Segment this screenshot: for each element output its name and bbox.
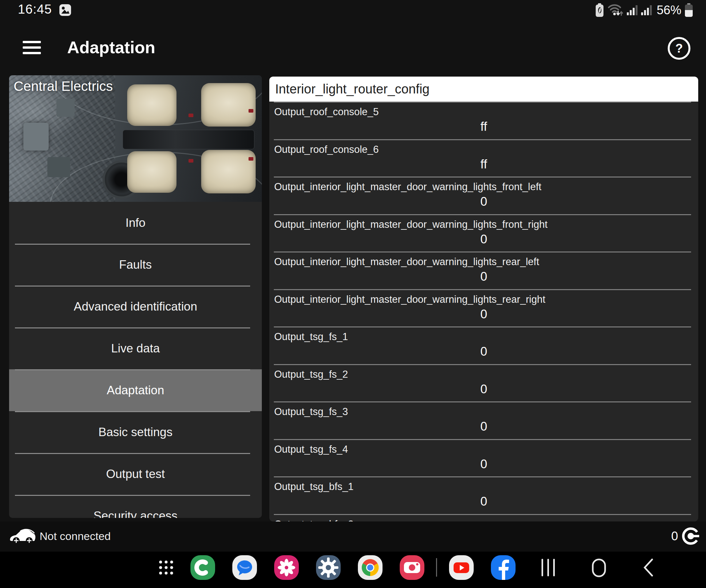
- page-title: Adaptation: [67, 38, 155, 57]
- facebook-app-icon[interactable]: [490, 555, 516, 581]
- adaptation-row[interactable]: Output_tsg_bfs_1 0: [269, 476, 698, 514]
- wifi-icon: [607, 3, 624, 17]
- sidebar-item-label: Security access: [93, 509, 178, 518]
- sidebar-item-label: Advanced identification: [74, 300, 197, 313]
- sidebar-item-output-test[interactable]: Output test: [9, 453, 262, 495]
- adaptation-row[interactable]: Output_tsg_fs_3 0: [269, 401, 698, 439]
- screenshot-notification-icon: [59, 4, 71, 17]
- sidebar-item-label: Live data: [111, 342, 160, 355]
- adaptation-row[interactable]: Output_tsg_fs_1 0: [269, 326, 698, 364]
- car-seat: [127, 151, 176, 193]
- gallery-app-icon[interactable]: [274, 555, 300, 581]
- phone-app-icon[interactable]: [190, 555, 216, 581]
- signal-sim1-icon: [627, 4, 638, 16]
- adaptation-row-label: Output_interior_light_master_door_warnin…: [274, 256, 539, 268]
- sidebar-item-adaptation[interactable]: Adaptation: [9, 369, 262, 411]
- car-seat: [127, 84, 176, 126]
- module-image: Central Electrics: [9, 75, 262, 202]
- adaptation-row-value: 0: [269, 457, 698, 471]
- adaptation-row-label: Output_interior_light_master_door_warnin…: [274, 219, 548, 230]
- adaptation-row-value: 0: [269, 495, 698, 509]
- adaptation-row-label: Output_tsg_fs_2: [274, 369, 348, 380]
- nav-back-button[interactable]: [643, 558, 654, 578]
- sidebar-item-label: Output test: [106, 467, 165, 481]
- adaptation-row-value: 0: [269, 382, 698, 396]
- settings-app-icon[interactable]: [315, 555, 341, 581]
- adaptation-row-label: Output_tsg_fs_3: [274, 406, 348, 418]
- adaptation-row-label: Output_tsg_fs_4: [274, 443, 348, 455]
- sidebar-item-advanced-identification[interactable]: Advanced identification: [9, 285, 262, 327]
- sidebar-item-live-data[interactable]: Live data: [9, 327, 262, 369]
- channel-name-field[interactable]: Interior_light_router_config: [269, 77, 698, 102]
- adaptation-row[interactable]: Output_interior_light_master_door_warnin…: [269, 251, 698, 289]
- adaptation-rows: Output_roof_console_5 ff Output_roof_con…: [269, 102, 698, 521]
- adaptation-row-label: Output_interior_light_master_door_warnin…: [274, 294, 545, 305]
- adaptation-row-value: 0: [269, 270, 698, 284]
- adaptation-row[interactable]: Output_tsg_fs_4 0: [269, 439, 698, 477]
- battery-percent: 56%: [657, 3, 681, 17]
- adaptation-row[interactable]: Output_roof_console_6 ff: [269, 139, 698, 177]
- adaptation-row[interactable]: Output_roof_console_5 ff: [269, 102, 698, 139]
- adaptation-row-label: Output_roof_console_5: [274, 106, 379, 118]
- sidebar-item-label: Faults: [119, 258, 152, 272]
- dock-separator: [436, 558, 437, 577]
- module-card: Central Electrics Info Faults Advanced i…: [9, 75, 262, 518]
- car-icon: [8, 527, 36, 547]
- adaptation-row[interactable]: Output_interior_light_master_door_warnin…: [269, 214, 698, 252]
- nav-recents-button[interactable]: [542, 558, 555, 578]
- adaptation-row-label: Output_tsg_bfs_1: [274, 481, 354, 493]
- adaptation-row[interactable]: Output_tsg_fs_2 0: [269, 364, 698, 402]
- sidebar-item-faults[interactable]: Faults: [9, 244, 262, 285]
- sidebar-item-basic-settings[interactable]: Basic settings: [9, 411, 262, 453]
- adaptation-row-value: 0: [269, 345, 698, 359]
- device-connect-icon[interactable]: [681, 526, 701, 547]
- counter-value: 0: [671, 529, 678, 543]
- adaptation-row-label: Output_interior_light_master_door_warnin…: [274, 181, 542, 193]
- messages-app-icon[interactable]: [232, 555, 258, 581]
- app-drawer-icon[interactable]: [158, 560, 174, 575]
- adaptation-row-value: 0: [269, 420, 698, 434]
- connection-bar: Not connected 0: [0, 521, 706, 552]
- battery-saver-icon: [595, 3, 604, 17]
- adaptation-row-value: ff: [269, 157, 698, 171]
- sidebar-item-info[interactable]: Info: [9, 202, 262, 244]
- adaptation-row-label: Output_tsg_bfs_2: [274, 518, 354, 522]
- adaptation-row[interactable]: Output_tsg_bfs_2: [269, 514, 698, 522]
- adaptation-row-value: 0: [269, 195, 698, 209]
- module-name: Central Electrics: [14, 79, 113, 94]
- status-icons: 56%: [595, 3, 693, 17]
- sidebar-item-label: Adaptation: [107, 384, 164, 397]
- menu-button[interactable]: [23, 41, 41, 55]
- screen: 16:45 56% Adaptation ?: [0, 0, 706, 588]
- adaptation-row[interactable]: Output_interior_light_master_door_warnin…: [269, 289, 698, 327]
- nav-home-button[interactable]: [592, 558, 606, 579]
- youtube-app-icon[interactable]: [448, 555, 474, 581]
- adaptation-row[interactable]: Output_interior_light_master_door_warnin…: [269, 177, 698, 214]
- sidebar-item-security-access[interactable]: Security access: [9, 495, 262, 518]
- module-menu: Info Faults Advanced identification Live…: [9, 202, 262, 518]
- car-seat: [201, 83, 256, 126]
- car-seat: [201, 150, 256, 193]
- adaptation-row-value: ff: [269, 120, 698, 134]
- adaptation-row-value: 0: [269, 232, 698, 246]
- car-center-console: [123, 130, 254, 149]
- sidebar-item-label: Info: [125, 216, 146, 230]
- status-time: 16:45: [18, 2, 52, 16]
- connection-status: Not connected: [40, 530, 111, 543]
- chrome-app-icon[interactable]: [357, 555, 383, 581]
- camera-app-icon[interactable]: [399, 555, 425, 581]
- sidebar-item-label: Basic settings: [98, 425, 172, 439]
- adaptation-row-label: Output_roof_console_6: [274, 144, 379, 155]
- adaptation-panel: Interior_light_router_config Output_roof…: [269, 77, 698, 521]
- adaptation-row-label: Output_tsg_fs_1: [274, 331, 348, 343]
- signal-sim2-icon: [641, 4, 652, 16]
- help-button[interactable]: ?: [668, 37, 691, 60]
- adaptation-row-value: 0: [269, 307, 698, 321]
- battery-icon: [684, 3, 693, 17]
- dock: [0, 552, 706, 588]
